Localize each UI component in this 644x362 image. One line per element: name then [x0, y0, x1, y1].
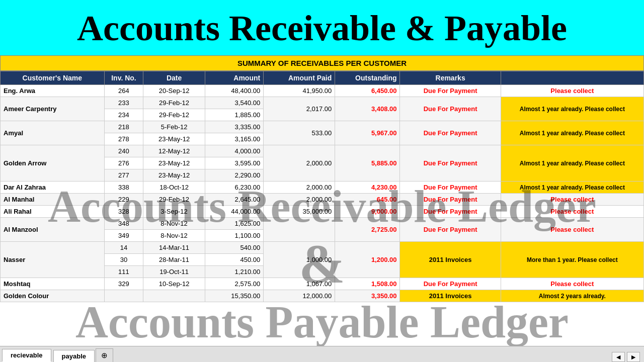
cell-amount-paid: 2,000.00 [264, 182, 335, 194]
cell-customer-name: Amyal [1, 121, 105, 145]
cell-inv-no: 277 [104, 169, 143, 182]
cell-inv-no: 349 [104, 230, 143, 242]
cell-inv-no: 329 [104, 278, 143, 290]
cell-action: Almost 1 year already. Please collect [501, 121, 643, 145]
cell-date: 8-Nov-12 [143, 230, 205, 242]
table-row: Al Manhal22929-Feb-122,645.002,000.00645… [1, 194, 644, 206]
cell-amount: 44,000.00 [205, 206, 263, 218]
cell-outstanding: 4,230.00 [335, 182, 400, 194]
cell-outstanding: 5,967.00 [335, 121, 400, 145]
cell-remarks: Due For Payment [400, 145, 501, 182]
cell-inv-no: 348 [104, 218, 143, 230]
cell-outstanding: 3,408.00 [335, 97, 400, 121]
cell-outstanding: 1,508.00 [335, 278, 400, 290]
cell-date: 28-Mar-11 [143, 254, 205, 266]
cell-customer-name: Moshtaq [1, 278, 105, 290]
cell-date: 29-Feb-12 [143, 194, 205, 206]
bottom-bar: recievable payable ⊕ ◄ ► [0, 346, 644, 362]
cell-amount: 1,210.00 [205, 266, 263, 278]
cell-amount: 3,335.00 [205, 121, 263, 133]
col-header-inv: Inv. No. [104, 71, 143, 85]
col-header-name: Customer's Name [1, 71, 105, 85]
cell-date: 8-Nov-12 [143, 218, 205, 230]
watermark-line2: Accounts Payable Ledger [75, 296, 569, 348]
cell-inv-no: 111 [104, 266, 143, 278]
table-row: Ali Rahal3283-Sep-1244,000.0035,000.009,… [1, 206, 644, 218]
table-row: Nasser1414-Mar-11540.001,000.001,200.002… [1, 242, 644, 254]
cell-inv-no: 278 [104, 133, 143, 145]
col-header-outstanding: Outstanding [335, 71, 400, 85]
cell-remarks: Due For Payment [400, 218, 501, 242]
cell-amount-paid: 2,017.00 [264, 97, 335, 121]
cell-action: More than 1 year. Please collect [501, 242, 643, 278]
cell-customer-name: Eng. Arwa [1, 85, 105, 97]
cell-outstanding: 6,450.00 [335, 85, 400, 97]
page-title: Accounts Receivable & Payable [77, 10, 567, 46]
table-row: Eng. Arwa26420-Sep-1248,400.0041,950.006… [1, 85, 644, 97]
cell-outstanding: 5,885.00 [335, 145, 400, 182]
cell-action: Please collect [501, 194, 643, 206]
cell-remarks: Due For Payment [400, 278, 501, 290]
cell-remarks: Due For Payment [400, 121, 501, 145]
cell-date: 29-Feb-12 [143, 109, 205, 121]
cell-date: 19-Oct-11 [143, 266, 205, 278]
table-area: Accounts Receivable Ledger & Accounts Pa… [0, 55, 644, 302]
cell-amount: 1,885.00 [205, 109, 263, 121]
col-header-action [501, 71, 643, 85]
cell-action: Almost 1 year already. Please collect [501, 182, 643, 194]
tab-payable[interactable]: payable [53, 350, 95, 362]
tab-add-button[interactable]: ⊕ [96, 348, 113, 362]
cell-amount: 1,625.00 [205, 218, 263, 230]
cell-inv-no: 14 [104, 242, 143, 254]
table-row: Moshtaq32910-Sep-122,575.001,067.001,508… [1, 278, 644, 290]
cell-amount-paid: 533.00 [264, 121, 335, 145]
cell-customer-name: Golden Arrow [1, 145, 105, 182]
cell-action: Almost 2 years already. [501, 290, 643, 302]
cell-amount-paid [264, 218, 335, 242]
cell-action: Almost 1 year already. Please collect [501, 97, 643, 121]
cell-date: 10-Sep-12 [143, 278, 205, 290]
cell-action: Please collect [501, 206, 643, 218]
col-header-date: Date [143, 71, 205, 85]
table-header-row: Customer's Name Inv. No. Date Amount Amo… [1, 71, 644, 85]
receivables-table: Customer's Name Inv. No. Date Amount Amo… [0, 71, 644, 302]
tab-recievable[interactable]: recievable [2, 349, 51, 362]
cell-date: 3-Sep-12 [143, 206, 205, 218]
cell-date [143, 290, 205, 302]
cell-inv-no: 328 [104, 206, 143, 218]
cell-date: 5-Feb-12 [143, 121, 205, 133]
cell-amount: 4,000.00 [205, 145, 263, 157]
cell-amount: 15,350.00 [205, 290, 263, 302]
cell-amount: 2,645.00 [205, 194, 263, 206]
scroll-right-icon[interactable]: ► [627, 352, 640, 362]
table-row: Golden Colour15,350.0012,000.003,350.002… [1, 290, 644, 302]
cell-amount: 1,100.00 [205, 230, 263, 242]
cell-inv-no: 233 [104, 97, 143, 109]
cell-customer-name: Dar Al Zahraa [1, 182, 105, 194]
cell-inv-no: 234 [104, 109, 143, 121]
cell-amount-paid: 2,000.00 [264, 194, 335, 206]
cell-date: 23-May-12 [143, 133, 205, 145]
cell-customer-name: Al Manhal [1, 194, 105, 206]
cell-customer-name: Ali Rahal [1, 206, 105, 218]
cell-action: Please collect [501, 85, 643, 97]
cell-inv-no: 240 [104, 145, 143, 157]
scroll-left-icon[interactable]: ◄ [612, 352, 625, 362]
cell-inv-no: 218 [104, 121, 143, 133]
cell-date: 18-Oct-12 [143, 182, 205, 194]
table-row: Amyal2185-Feb-123,335.00533.005,967.00Du… [1, 121, 644, 133]
cell-amount-paid: 35,000.00 [264, 206, 335, 218]
cell-remarks: Due For Payment [400, 85, 501, 97]
cell-inv-no: 264 [104, 85, 143, 97]
col-header-amount: Amount [205, 71, 263, 85]
cell-action: Almost 1 year already. Please collect [501, 145, 643, 182]
cell-amount: 6,230.00 [205, 182, 263, 194]
cell-outstanding: 645.00 [335, 194, 400, 206]
cell-inv-no: 30 [104, 254, 143, 266]
summary-title: SUMMARY OF RECEIVABLES PER CUSTOMER [0, 55, 644, 71]
cell-amount-paid: 1,000.00 [264, 242, 335, 278]
cell-amount: 2,290.00 [205, 169, 263, 182]
cell-inv-no: 338 [104, 182, 143, 194]
cell-date: 23-May-12 [143, 157, 205, 169]
table-row: Al Manzool3488-Nov-121,625.002,725.00Due… [1, 218, 644, 230]
